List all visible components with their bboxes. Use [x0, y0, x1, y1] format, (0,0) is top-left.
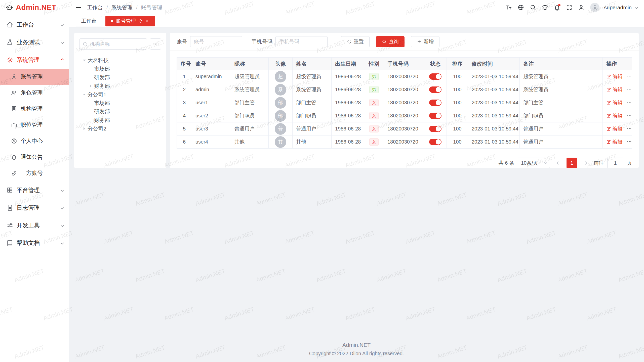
edit-icon — [606, 87, 611, 92]
sidebar-item-platform[interactable]: 平台管理 — [0, 181, 69, 199]
sidebar-subitem-position[interactable]: 职位管理 — [0, 117, 69, 133]
status-toggle[interactable] — [429, 100, 441, 106]
gear-icon — [7, 57, 13, 63]
td-status — [424, 135, 447, 149]
row-more-button[interactable] — [627, 139, 632, 145]
app-logo-icon — [6, 4, 13, 11]
tab-workbench[interactable]: 工作台 — [76, 16, 102, 26]
status-toggle[interactable] — [429, 139, 441, 145]
next-page-button[interactable] — [581, 158, 590, 168]
edit-button[interactable]: 编辑 — [606, 99, 623, 106]
sidebar-subitem-profile[interactable]: 个人中心 — [0, 133, 69, 149]
collapse-menu-button[interactable] — [75, 5, 82, 11]
user-avatar[interactable] — [590, 3, 599, 12]
org-tree-panel: 大名科技 市场部 研发部 财务部 分公司1 市场部 研发部 财务部 分公司2 — [74, 33, 166, 168]
row-more-button[interactable] — [627, 100, 632, 106]
row-more-button[interactable] — [627, 86, 632, 93]
sidebar-subitem-thirdparty[interactable]: 三方账号 — [0, 165, 69, 181]
sidebar-subitem-org[interactable]: 机构管理 — [0, 101, 69, 117]
sidebar-subitem-account[interactable]: 账号管理 — [0, 69, 69, 85]
tree-node[interactable]: 分公司1 — [79, 90, 161, 99]
tree-node[interactable]: 研发部 — [79, 73, 161, 82]
current-page[interactable]: 1 — [567, 158, 577, 168]
add-button[interactable]: 新增 — [411, 36, 439, 47]
tree-node[interactable]: 市场部 — [79, 65, 161, 73]
chevron-down-icon[interactable] — [635, 6, 638, 9]
fullscreen-button[interactable] — [564, 3, 574, 13]
building-icon — [11, 106, 17, 112]
edit-button[interactable]: 编辑 — [606, 112, 623, 119]
status-toggle[interactable] — [429, 86, 441, 93]
sidebar-item-help[interactable]: 帮助文档 — [0, 234, 69, 252]
caret-down-icon[interactable] — [83, 94, 86, 97]
breadcrumb-item[interactable]: 系统管理 — [111, 4, 133, 11]
caret-right-icon[interactable] — [90, 84, 93, 87]
plus-icon — [417, 39, 422, 44]
close-icon[interactable] — [145, 19, 149, 23]
edit-button[interactable]: 编辑 — [606, 86, 623, 93]
edit-button[interactable]: 编辑 — [606, 73, 623, 80]
row-more-button[interactable] — [627, 126, 632, 132]
profile-button[interactable] — [576, 3, 586, 13]
org-tree-header — [79, 38, 161, 50]
refresh-icon[interactable] — [138, 19, 143, 23]
td-birthday: 1986-06-28 — [332, 122, 364, 135]
tree-node[interactable]: 分公司2 — [79, 124, 161, 133]
font-size-button[interactable] — [504, 3, 514, 13]
reset-button[interactable]: 重置 — [341, 36, 370, 47]
td-account: user1 — [192, 96, 231, 109]
search-button[interactable] — [528, 3, 538, 13]
tree-node[interactable]: 大名科技 — [79, 56, 161, 65]
prev-page-button[interactable] — [553, 158, 563, 168]
refresh-icon — [347, 39, 352, 44]
td-updated: 2023-01-03 10:59:44 — [468, 122, 520, 135]
td-actions: 编辑 — [603, 122, 632, 135]
td-no: 4 — [177, 109, 192, 122]
org-search-input[interactable] — [79, 38, 147, 50]
theme-button[interactable] — [540, 3, 550, 13]
sidebar-subitem-label: 通知公告 — [21, 153, 43, 161]
sidebar-item-workbench[interactable]: 工作台 — [0, 16, 69, 33]
sidebar-item-business-test[interactable]: 业务测试 — [0, 33, 69, 51]
col-birthday: 出生日期 — [332, 58, 364, 70]
sidebar-subitem-notice[interactable]: 通知公告 — [0, 149, 69, 165]
sidebar-subitem-role[interactable]: 角色管理 — [0, 85, 69, 101]
sidebar-item-logs[interactable]: 日志管理 — [0, 199, 69, 216]
sidebar-subitem-label: 个人中心 — [21, 137, 43, 145]
caret-right-icon[interactable] — [84, 127, 87, 130]
account-input[interactable] — [190, 36, 242, 47]
row-more-button[interactable] — [627, 73, 632, 80]
status-toggle[interactable] — [429, 113, 441, 119]
goto-page-input[interactable] — [607, 158, 623, 168]
tab-account-active[interactable]: 账号管理 — [105, 16, 155, 26]
sidebar-item-devtools[interactable]: 开发工具 — [0, 216, 69, 234]
notifications-button[interactable] — [552, 3, 562, 13]
tree-node[interactable]: 研发部 — [79, 107, 161, 116]
tree-node-label: 大名科技 — [88, 57, 109, 64]
td-birthday: 1986-06-28 — [332, 96, 364, 109]
row-more-button[interactable] — [627, 113, 632, 119]
phone-input[interactable] — [275, 36, 328, 47]
sidebar-item-system[interactable]: 系统管理 — [0, 51, 69, 69]
td-gender: 男 — [364, 70, 384, 83]
tree-node[interactable]: 财务部 — [79, 82, 161, 90]
users-icon — [11, 90, 17, 96]
breadcrumb-item[interactable]: 工作台 — [87, 4, 103, 11]
edit-button[interactable]: 编辑 — [606, 139, 623, 145]
td-actions: 编辑 — [603, 96, 632, 109]
content: 大名科技 市场部 研发部 财务部 分公司1 市场部 研发部 财务部 分公司2 账… — [69, 27, 644, 362]
language-button[interactable] — [516, 3, 526, 13]
status-toggle[interactable] — [429, 73, 441, 80]
org-more-button[interactable] — [150, 38, 161, 50]
page-size-select[interactable]: 10条/页 — [518, 158, 550, 168]
table-row: 5 user3 普通用户 普 普通用户 1986-06-28 女 1802003… — [177, 122, 632, 135]
edit-button[interactable]: 编辑 — [606, 125, 623, 132]
query-button[interactable]: 查询 — [376, 36, 405, 47]
tree-node[interactable]: 财务部 — [79, 116, 161, 124]
topbar: 工作台 / 系统管理 / 账号管理 — [69, 0, 644, 15]
tree-node[interactable]: 市场部 — [79, 99, 161, 107]
username[interactable]: superadmin — [604, 5, 632, 11]
caret-down-icon[interactable] — [83, 60, 86, 63]
sidebar-subitem-label: 角色管理 — [21, 89, 43, 97]
status-toggle[interactable] — [429, 126, 441, 132]
